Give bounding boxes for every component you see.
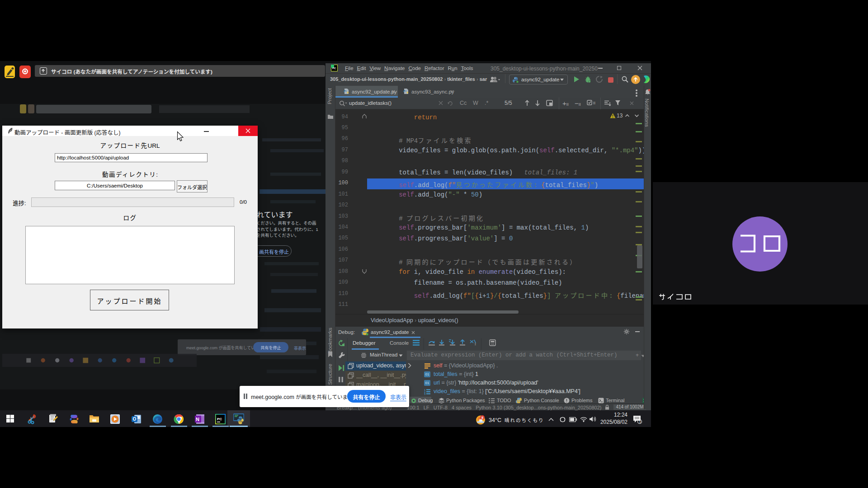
svg-text:O: O bbox=[133, 417, 137, 422]
svg-text:3: 3 bbox=[424, 393, 425, 395]
svg-text:I: I bbox=[474, 342, 476, 346]
svg-text:PC: PC bbox=[217, 417, 222, 421]
svg-text:PC: PC bbox=[332, 67, 336, 70]
svg-text:8: 8 bbox=[481, 416, 483, 419]
svg-text:1: 1 bbox=[639, 420, 641, 424]
svg-text:N: N bbox=[196, 417, 199, 422]
